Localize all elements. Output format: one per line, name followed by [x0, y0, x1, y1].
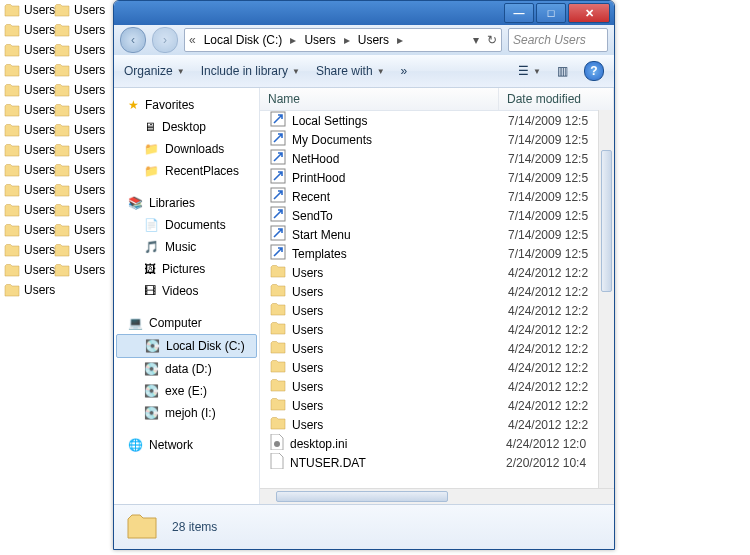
close-button[interactable]: ✕ [568, 3, 610, 23]
desktop-icon: 🖥 [144, 120, 156, 134]
search-input[interactable]: Search Users [508, 28, 608, 52]
nav-exe-e[interactable]: 💽exe (E:) [114, 380, 259, 402]
nav-network-header[interactable]: 🌐Network [114, 434, 259, 456]
scrollbar-thumb[interactable] [276, 491, 448, 502]
maximize-button[interactable]: □ [536, 3, 566, 23]
desktop-folder-icon[interactable]: Users [4, 160, 54, 180]
include-in-library-menu[interactable]: Include in library▼ [201, 64, 300, 78]
forward-button[interactable]: › [152, 27, 178, 53]
file-row[interactable]: NetHood7/14/2009 12:5 [260, 149, 614, 168]
view-options-button[interactable]: ☰▼ [518, 64, 541, 78]
dropdown-icon[interactable]: ▾ [469, 33, 483, 47]
preview-pane-button[interactable]: ▥ [557, 64, 568, 78]
nav-local-disk-c[interactable]: 💽Local Disk (C:) [116, 334, 257, 358]
nav-favorites-header[interactable]: ★Favorites [114, 94, 259, 116]
file-row[interactable]: NTUSER.DAT2/20/2012 10:4 [260, 453, 614, 472]
file-icon [270, 453, 284, 472]
desktop-folder-icon[interactable]: Users [4, 0, 54, 20]
desktop-folder-icon[interactable]: Users [4, 260, 54, 280]
column-name[interactable]: Name [260, 88, 499, 110]
desktop-folder-icon[interactable]: Users [54, 100, 104, 120]
desktop-folder-icon[interactable]: Users [54, 140, 104, 160]
desktop-folder-icon[interactable]: Users [54, 40, 104, 60]
title-bar[interactable]: — □ ✕ [114, 1, 614, 25]
column-date-modified[interactable]: Date modified [499, 88, 614, 110]
file-row[interactable]: Users4/24/2012 12:2 [260, 282, 614, 301]
desktop-folder-icon[interactable]: Users [54, 200, 104, 220]
file-row[interactable]: Users4/24/2012 12:2 [260, 377, 614, 396]
overflow-double-chevron-icon[interactable]: » [401, 64, 408, 78]
desktop-folder-icon[interactable]: Users [4, 80, 54, 100]
nav-desktop[interactable]: 🖥Desktop [114, 116, 259, 138]
desktop-folder-icon[interactable]: Users [54, 240, 104, 260]
file-row[interactable]: Users4/24/2012 12:2 [260, 339, 614, 358]
file-row[interactable]: Users4/24/2012 12:2 [260, 415, 614, 434]
desktop-folder-icon[interactable]: Users [54, 0, 104, 20]
desktop-folder-icon[interactable]: Users [4, 280, 54, 300]
address-bar[interactable]: « Local Disk (C:) ▸ Users ▸ Users ▸ ▾ ↻ [184, 28, 502, 52]
file-row[interactable]: My Documents7/14/2009 12:5 [260, 130, 614, 149]
nav-computer-header[interactable]: 💻Computer [114, 312, 259, 334]
file-row[interactable]: PrintHood7/14/2009 12:5 [260, 168, 614, 187]
desktop-folder-icon[interactable]: Users [54, 260, 104, 280]
horizontal-scrollbar[interactable] [260, 488, 614, 504]
file-row[interactable]: Local Settings7/14/2009 12:5 [260, 111, 614, 130]
desktop-folder-icon[interactable]: Users [54, 80, 104, 100]
back-button[interactable]: ‹ [120, 27, 146, 53]
nav-mejoh-i[interactable]: 💽mejoh (I:) [114, 402, 259, 424]
minimize-button[interactable]: — [504, 3, 534, 23]
desktop-folder-icon[interactable]: Users [4, 120, 54, 140]
desktop-folder-icon[interactable]: Users [4, 60, 54, 80]
desktop-folder-icon[interactable]: Users [54, 120, 104, 140]
nav-downloads[interactable]: 📁Downloads [114, 138, 259, 160]
file-row[interactable]: Users4/24/2012 12:2 [260, 301, 614, 320]
file-row[interactable]: Start Menu7/14/2009 12:5 [260, 225, 614, 244]
desktop-folder-icon[interactable]: Users [4, 200, 54, 220]
preview-pane-icon: ▥ [557, 64, 568, 78]
file-row[interactable]: Users4/24/2012 12:2 [260, 358, 614, 377]
desktop-folder-icon[interactable]: Users [54, 160, 104, 180]
desktop-folder-icon[interactable]: Users [4, 240, 54, 260]
shortcut-icon [270, 149, 286, 168]
navigation-pane[interactable]: ★Favorites 🖥Desktop 📁Downloads 📁RecentPl… [114, 88, 260, 504]
help-button[interactable]: ? [584, 61, 604, 81]
file-date: 4/24/2012 12:2 [508, 380, 588, 394]
desktop-folder-icon[interactable]: Users [54, 60, 104, 80]
desktop-folder-icon[interactable]: Users [4, 100, 54, 120]
file-row[interactable]: Recent7/14/2009 12:5 [260, 187, 614, 206]
folder-icon [126, 511, 158, 543]
search-placeholder: Search Users [513, 33, 586, 47]
file-row[interactable]: Users4/24/2012 12:2 [260, 263, 614, 282]
desktop-folder-icon[interactable]: Users [4, 140, 54, 160]
file-row[interactable]: SendTo7/14/2009 12:5 [260, 206, 614, 225]
breadcrumb-segment[interactable]: Users [354, 33, 393, 47]
desktop-folder-icon[interactable]: Users [54, 220, 104, 240]
nav-recent-places[interactable]: 📁RecentPlaces [114, 160, 259, 182]
breadcrumb-segment[interactable]: Users [300, 33, 339, 47]
desktop-folder-icon[interactable]: Users [4, 40, 54, 60]
file-row[interactable]: Users4/24/2012 12:2 [260, 320, 614, 339]
column-headers[interactable]: Name Date modified [260, 88, 614, 111]
file-row[interactable]: Templates7/14/2009 12:5 [260, 244, 614, 263]
refresh-icon[interactable]: ↻ [483, 33, 501, 47]
desktop-folder-icon[interactable]: Users [4, 180, 54, 200]
desktop-folder-icon[interactable]: Users [54, 20, 104, 40]
nav-documents[interactable]: 📄Documents [114, 214, 259, 236]
file-row[interactable]: desktop.ini4/24/2012 12:0 [260, 434, 614, 453]
organize-menu[interactable]: Organize▼ [124, 64, 185, 78]
shortcut-icon [270, 111, 286, 130]
desktop-folder-icon[interactable]: Users [54, 180, 104, 200]
nav-data-d[interactable]: 💽data (D:) [114, 358, 259, 380]
nav-music[interactable]: 🎵Music [114, 236, 259, 258]
desktop-folder-icon[interactable]: Users [4, 20, 54, 40]
ini-icon [270, 434, 284, 453]
desktop-folder-icon[interactable]: Users [4, 220, 54, 240]
vertical-scrollbar[interactable] [598, 110, 614, 489]
nav-videos[interactable]: 🎞Videos [114, 280, 259, 302]
scrollbar-thumb[interactable] [601, 150, 612, 292]
nav-libraries-header[interactable]: 📚Libraries [114, 192, 259, 214]
nav-pictures[interactable]: 🖼Pictures [114, 258, 259, 280]
file-row[interactable]: Users4/24/2012 12:2 [260, 396, 614, 415]
share-with-menu[interactable]: Share with▼ [316, 64, 385, 78]
breadcrumb-segment[interactable]: Local Disk (C:) [200, 33, 287, 47]
